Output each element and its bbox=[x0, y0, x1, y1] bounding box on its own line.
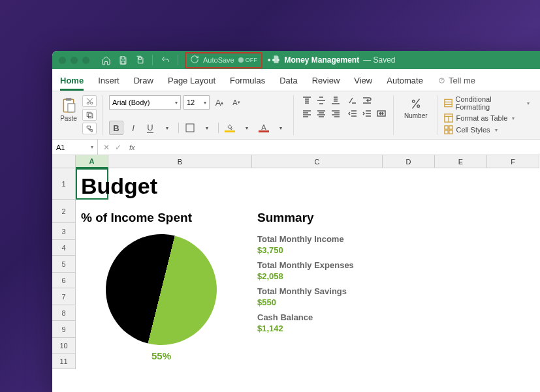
column-header-e[interactable]: E bbox=[435, 155, 487, 168]
ribbon: Paste Arial (Body)▾ 12▾ A▴ A▾ B I U ▾ bbox=[52, 91, 540, 140]
border-menu[interactable]: ▾ bbox=[200, 121, 214, 135]
name-box[interactable]: A1▾ bbox=[52, 140, 98, 155]
svg-rect-2 bbox=[66, 98, 72, 100]
font-color-button[interactable]: A bbox=[257, 121, 271, 135]
undo-icon[interactable] bbox=[159, 54, 171, 66]
number-format-button[interactable]: Number bbox=[400, 95, 432, 121]
tab-formulas[interactable]: Formulas bbox=[230, 72, 265, 91]
font-size-select[interactable]: 12▾ bbox=[183, 95, 210, 110]
tab-insert[interactable]: Insert bbox=[98, 72, 119, 91]
ribbon-tabs: Home Insert Draw Page Layout Formulas Da… bbox=[52, 69, 540, 91]
border-button[interactable] bbox=[183, 121, 197, 135]
styles-group: Conditional Formatting▾ Format as Table▾… bbox=[444, 95, 535, 135]
align-center-button[interactable] bbox=[315, 108, 328, 119]
cancel-formula-button[interactable]: ✕ bbox=[103, 143, 110, 152]
row-header-9[interactable]: 9 bbox=[52, 321, 76, 338]
font-name-select[interactable]: Arial (Body)▾ bbox=[109, 95, 181, 110]
conditional-formatting-button[interactable]: Conditional Formatting▾ bbox=[444, 95, 530, 111]
minimize-window-button[interactable] bbox=[71, 57, 78, 64]
wrap-text-button[interactable] bbox=[360, 95, 373, 106]
svg-rect-12 bbox=[444, 99, 451, 106]
pie-chart[interactable] bbox=[94, 222, 229, 357]
home-icon[interactable] bbox=[100, 54, 112, 66]
format-painter-button[interactable] bbox=[82, 123, 97, 134]
row-header-4[interactable]: 4 bbox=[52, 240, 76, 256]
save-all-icon[interactable] bbox=[134, 54, 146, 66]
app-window: AutoSave OFF ••• Money Management — Save… bbox=[52, 51, 540, 392]
tab-home[interactable]: Home bbox=[60, 72, 84, 91]
underline-button[interactable]: U bbox=[143, 121, 157, 135]
orientation-button[interactable] bbox=[346, 95, 359, 106]
row-header-7[interactable]: 7 bbox=[52, 288, 76, 305]
document-name: Money Management bbox=[284, 55, 359, 65]
row-header-5[interactable]: 5 bbox=[52, 256, 76, 273]
row-header-10[interactable]: 10 bbox=[52, 338, 76, 354]
formula-bar: A1▾ ✕ ✓ fx bbox=[52, 140, 540, 155]
fx-icon[interactable]: fx bbox=[129, 143, 135, 151]
paste-button[interactable]: Paste bbox=[57, 95, 80, 123]
align-right-button[interactable] bbox=[329, 108, 342, 119]
column-header-a[interactable]: A bbox=[76, 155, 108, 168]
clipboard-group: Paste bbox=[57, 95, 103, 135]
font-color-menu[interactable]: ▾ bbox=[274, 121, 288, 135]
decrease-indent-button[interactable] bbox=[346, 108, 359, 119]
sync-icon[interactable] bbox=[190, 55, 199, 66]
tell-me[interactable]: Tell me bbox=[437, 72, 475, 91]
svg-rect-14 bbox=[444, 126, 447, 129]
column-header-d[interactable]: D bbox=[383, 155, 435, 168]
close-window-button[interactable] bbox=[59, 57, 66, 64]
row-header-1[interactable]: 1 bbox=[52, 168, 76, 200]
svg-rect-17 bbox=[449, 130, 452, 134]
svg-rect-6 bbox=[88, 113, 93, 118]
column-header-f[interactable]: F bbox=[487, 155, 539, 168]
column-header-c[interactable]: C bbox=[252, 155, 383, 168]
cell-grid[interactable]: Budget % of Income Spent 55% Summary Tot… bbox=[76, 168, 540, 392]
row-header-6[interactable]: 6 bbox=[52, 273, 76, 288]
row-header-3[interactable]: 3 bbox=[52, 223, 76, 240]
zoom-window-button[interactable] bbox=[82, 57, 89, 64]
document-status: — Saved bbox=[363, 55, 395, 65]
cut-button[interactable] bbox=[82, 95, 97, 107]
align-bottom-button[interactable] bbox=[329, 95, 342, 106]
tab-automate[interactable]: Automate bbox=[387, 72, 423, 91]
increase-font-button[interactable]: A▴ bbox=[212, 95, 227, 110]
format-as-table-button[interactable]: Format as Table▾ bbox=[444, 113, 530, 123]
tab-draw[interactable]: Draw bbox=[134, 72, 153, 91]
tab-review[interactable]: Review bbox=[312, 72, 340, 91]
fill-color-menu[interactable]: ▾ bbox=[240, 121, 254, 135]
column-header-b[interactable]: B bbox=[108, 155, 252, 168]
save-icon[interactable] bbox=[117, 54, 129, 66]
accept-formula-button[interactable]: ✓ bbox=[115, 143, 121, 152]
fill-color-button[interactable] bbox=[223, 121, 237, 135]
formula-input[interactable] bbox=[140, 140, 540, 155]
toggle-dot bbox=[238, 57, 244, 63]
paste-label: Paste bbox=[60, 115, 77, 122]
select-all-corner[interactable] bbox=[52, 155, 76, 168]
increase-indent-button[interactable] bbox=[360, 108, 373, 119]
svg-rect-7 bbox=[87, 112, 91, 117]
bold-button[interactable]: B bbox=[109, 121, 123, 135]
cell-styles-label: Cell Styles bbox=[456, 126, 490, 134]
row-header-11[interactable]: 11 bbox=[52, 354, 76, 369]
row-header-2[interactable]: 2 bbox=[52, 200, 76, 223]
merge-button[interactable] bbox=[375, 108, 388, 119]
row-header-8[interactable]: 8 bbox=[52, 305, 76, 321]
align-middle-button[interactable] bbox=[315, 95, 328, 106]
tab-data[interactable]: Data bbox=[279, 72, 297, 91]
tab-view[interactable]: View bbox=[354, 72, 372, 91]
font-name-value: Arial (Body) bbox=[112, 98, 150, 106]
align-left-button[interactable] bbox=[300, 108, 313, 119]
number-group: Number bbox=[400, 95, 437, 135]
align-top-button[interactable] bbox=[300, 95, 313, 106]
italic-button[interactable]: I bbox=[126, 121, 140, 135]
tab-page-layout[interactable]: Page Layout bbox=[168, 72, 215, 91]
income-value: $3,750 bbox=[257, 245, 535, 255]
cell-styles-button[interactable]: Cell Styles▾ bbox=[444, 125, 530, 134]
decrease-font-button[interactable]: A▾ bbox=[229, 95, 244, 110]
copy-button[interactable] bbox=[82, 109, 97, 121]
underline-menu[interactable]: ▾ bbox=[160, 121, 174, 135]
autosave-toggle[interactable]: OFF bbox=[238, 57, 257, 63]
document-title[interactable]: Money Management — Saved bbox=[271, 55, 395, 66]
svg-rect-3 bbox=[68, 104, 75, 112]
income-label: Total Monthly Income bbox=[257, 234, 535, 244]
